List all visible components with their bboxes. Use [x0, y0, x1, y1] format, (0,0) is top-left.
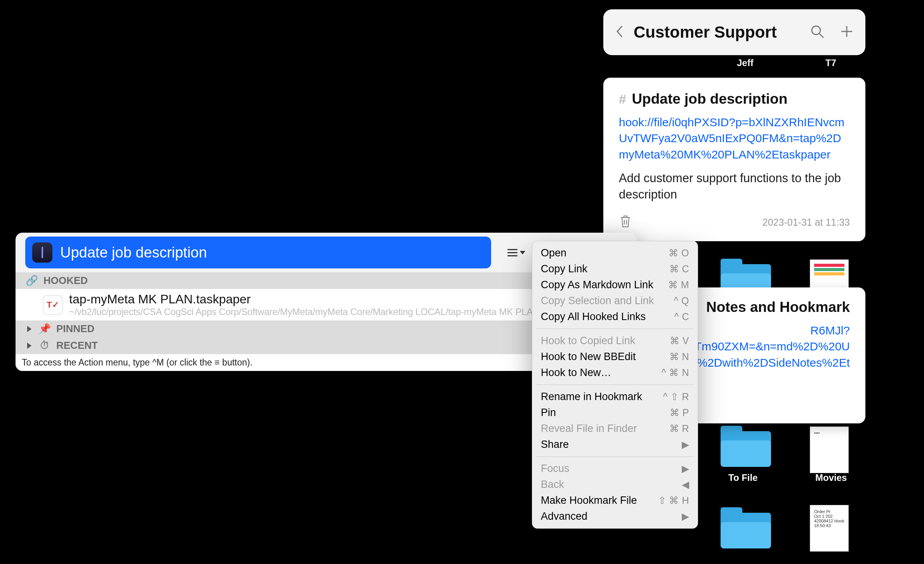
sidenotes-app-icon — [32, 242, 52, 263]
section-label: RECENT — [56, 339, 98, 352]
disclosure-triangle-icon — [27, 326, 31, 332]
chevron-right-icon: ▶ — [682, 511, 690, 522]
chevron-down-icon — [520, 251, 525, 254]
menu-shortcut: ^ ⇧ R — [663, 391, 689, 402]
taskpaper-app-icon: T✓ — [43, 295, 63, 315]
sidenotes-title: Customer Support — [634, 23, 801, 42]
section-label: HOOKED — [43, 275, 88, 287]
pin-icon: 📌 — [40, 323, 49, 335]
hookmark-title-pill[interactable]: Update job description — [25, 237, 491, 268]
desktop-folder-tofile[interactable] — [721, 431, 771, 467]
menu-item-label: Back — [541, 479, 564, 491]
trash-icon[interactable] — [619, 214, 632, 230]
action-context-menu: Open⌘ OCopy Link⌘ CCopy As Markdown Link… — [532, 241, 698, 529]
menu-separator — [536, 456, 694, 457]
menu-item-copy-link[interactable]: Copy Link⌘ C — [532, 261, 698, 277]
note-title-2: Notes and Hookmark — [706, 299, 850, 315]
menu-item-label: Copy Link — [541, 263, 587, 275]
menu-item-hook-to-new[interactable]: Hook to New…^ ⌘ N — [532, 365, 698, 381]
menu-item-rename-in-hookmark[interactable]: Rename in Hookmark^ ⇧ R — [532, 389, 698, 405]
action-menu-button[interactable] — [505, 243, 528, 262]
menu-item-label: Make Hookmark File — [541, 494, 637, 507]
back-icon[interactable] — [614, 24, 625, 41]
menu-item-label: Copy As Markdown Link — [541, 279, 653, 291]
menu-item-label: Copy Selection and Link — [541, 295, 654, 307]
menu-item-hook-to-copied-link: Hook to Copied Link⌘ V — [532, 333, 698, 349]
note-title: Update job description — [632, 91, 787, 107]
desktop-label-tofile: To File — [728, 472, 758, 483]
menu-shortcut: ⌘ M — [668, 279, 689, 291]
file-name: tap-myMeta MK PLAN.taskpaper — [69, 292, 539, 306]
menu-item-focus: Focus▶ — [532, 461, 698, 477]
note-timestamp: 2023-01-31 at 11:33 — [762, 217, 850, 228]
disclosure-triangle-icon — [27, 343, 31, 349]
add-icon[interactable] — [839, 24, 855, 41]
menu-item-label: Hook to Copied Link — [541, 335, 635, 347]
chevron-left-icon: ◀ — [682, 479, 690, 490]
menu-shortcut: ⌘ P — [670, 407, 689, 418]
menu-item-label: Open — [541, 247, 566, 259]
menu-shortcut: ⇧ ⌘ H — [658, 495, 689, 506]
menu-item-copy-selection-and-link: Copy Selection and Link^ Q — [532, 293, 698, 309]
hash-icon: # — [619, 92, 626, 106]
chevron-right-icon: ▶ — [682, 463, 690, 474]
menu-item-label: Hook to New… — [541, 367, 611, 379]
menu-shortcut: ⌘ N — [669, 351, 690, 362]
menu-item-copy-as-markdown-link[interactable]: Copy As Markdown Link⌘ M — [532, 277, 698, 293]
menu-shortcut: ^ ⌘ N — [662, 367, 689, 378]
menu-shortcut: ^ Q — [674, 295, 689, 306]
menu-item-label: Copy All Hooked Links — [541, 311, 646, 323]
note-body: Add customer support functions to the jo… — [619, 170, 850, 202]
desktop-label-t7: T7 — [825, 57, 836, 68]
menu-shortcut: ⌘ C — [669, 263, 690, 275]
clock-icon: ⏱ — [40, 339, 49, 352]
menu-item-open[interactable]: Open⌘ O — [532, 245, 698, 261]
menu-item-make-hookmark-file[interactable]: Make Hookmark File⇧ ⌘ H — [532, 493, 698, 508]
sidenotes-header: Customer Support — [603, 9, 865, 55]
menu-item-advanced[interactable]: Advanced▶ — [532, 508, 698, 524]
menu-item-share[interactable]: Share▶ — [532, 437, 698, 453]
menu-item-label: Pin — [541, 407, 556, 419]
desktop-folder-3[interactable] — [721, 513, 771, 548]
menu-item-label: Advanced — [541, 510, 587, 522]
hookmark-item-title: Update job description — [60, 244, 207, 261]
desktop-label-movies: Movies — [815, 472, 847, 483]
desktop-label-jeff: Jeff — [737, 57, 754, 68]
link-icon: 🔗 — [27, 275, 36, 287]
menu-item-label: Hook to New BBEdit — [541, 351, 636, 363]
desktop-document-2[interactable]: ▪▪▪▪ — [810, 426, 849, 473]
note-hook-link[interactable]: hook://file/i0qhPXSID?p=bXlNZXRhIENvcmUv… — [619, 114, 850, 162]
menu-separator — [536, 385, 694, 385]
menu-item-reveal-file-in-finder: Reveal File in Finder⌘ R — [532, 421, 698, 437]
menu-shortcut: ^ C — [674, 311, 689, 322]
menu-item-copy-all-hooked-links[interactable]: Copy All Hooked Links^ C — [532, 309, 698, 325]
menu-item-hook-to-new-bbedit[interactable]: Hook to New BBEdit⌘ N — [532, 349, 698, 365]
menu-item-label: Reveal File in Finder — [541, 423, 637, 435]
svg-point-0 — [812, 26, 820, 35]
menu-item-label: Share — [541, 439, 569, 451]
chevron-right-icon: ▶ — [682, 439, 690, 450]
note-card-1[interactable]: # Update job description hook://file/i0q… — [603, 78, 865, 241]
desktop-document-3[interactable]: Order PrOct 1 20242008412 Hook18:50:43 — [810, 505, 849, 552]
file-path: ~/vb2/luc/projects/CSA CogSci Apps Corp/… — [69, 306, 539, 317]
menu-item-back: Back◀ — [532, 477, 698, 493]
menu-shortcut: ⌘ V — [670, 335, 689, 346]
menu-item-label: Focus — [541, 463, 570, 475]
menu-shortcut: ⌘ O — [669, 247, 689, 259]
menu-separator — [536, 329, 694, 329]
section-label: PINNED — [56, 323, 94, 335]
menu-shortcut: ⌘ R — [669, 423, 690, 434]
search-icon[interactable] — [809, 24, 825, 41]
menu-item-pin[interactable]: Pin⌘ P — [532, 405, 698, 421]
svg-line-1 — [820, 34, 823, 38]
menu-item-label: Rename in Hookmark — [541, 391, 642, 403]
